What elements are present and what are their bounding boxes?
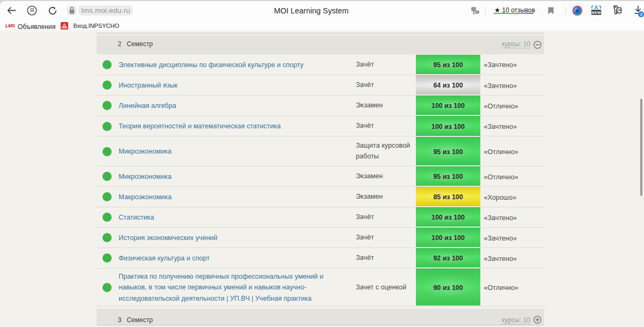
svg-text:Я: Я	[30, 7, 34, 13]
svg-text:NEW: NEW	[591, 10, 601, 15]
